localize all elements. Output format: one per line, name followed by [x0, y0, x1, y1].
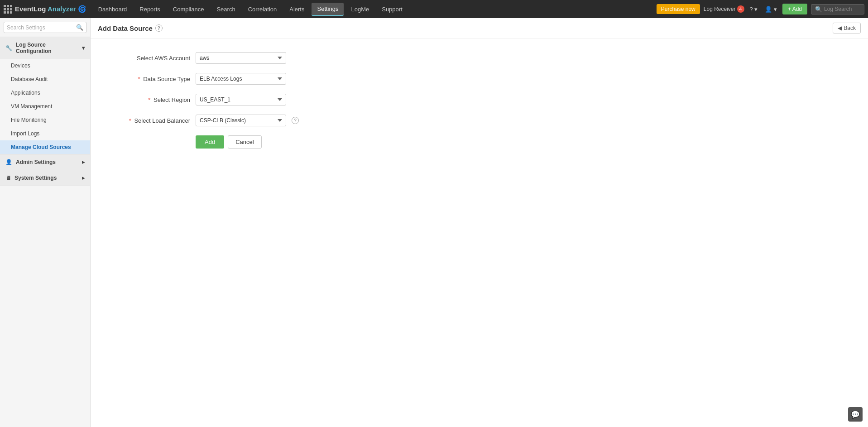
back-arrow-icon: ◀ — [838, 25, 842, 31]
content-area: Add Data Source ? ◀ Back Select AWS Acco… — [91, 18, 868, 427]
title-help-icon[interactable]: ? — [155, 24, 163, 32]
main-layout: 🔍 🔧 Log Source Configuration ▾ Devices D… — [0, 18, 868, 427]
form-row-aws-account: Select AWS Account aws — [109, 52, 850, 64]
aws-account-select[interactable]: aws — [196, 52, 286, 64]
app-logo: EventLog Analyzer 🌀 — [4, 5, 86, 14]
chevron-down-icon: ▾ — [82, 45, 85, 51]
top-nav: EventLog Analyzer 🌀 Dashboard Reports Co… — [0, 0, 868, 18]
log-receiver-label: Log Receiver — [704, 6, 736, 12]
aws-account-label: Select AWS Account — [109, 55, 190, 62]
log-receiver-badge: 4 — [737, 5, 744, 13]
required-indicator: * — [138, 76, 140, 82]
select-load-balancer-label: * Select Load Balancer — [109, 117, 190, 124]
system-settings-header[interactable]: 🖥 System Settings ▸ — [0, 170, 90, 186]
nav-correlation[interactable]: Correlation — [243, 3, 283, 15]
log-source-config-items: Devices Database Audit Applications VM M… — [0, 59, 90, 154]
nav-logme[interactable]: LogMe — [345, 3, 374, 15]
data-source-type-label: * Data Source Type — [109, 76, 190, 82]
header-left: 🔧 Log Source Configuration — [5, 42, 82, 54]
log-source-config-label: Log Source Configuration — [16, 42, 82, 54]
form-actions: Add Cancel — [196, 135, 850, 149]
page-title: Add Data Source — [98, 24, 153, 32]
form-add-button[interactable]: Add — [196, 135, 224, 149]
nav-dashboard[interactable]: Dashboard — [93, 3, 133, 15]
sidebar-item-manage-cloud-sources[interactable]: Manage Cloud Sources — [0, 140, 90, 154]
nav-alerts[interactable]: Alerts — [284, 3, 310, 15]
sidebar-item-database-audit[interactable]: Database Audit — [0, 72, 90, 86]
system-header-left: 🖥 System Settings — [5, 175, 57, 181]
admin-icon: 👤 — [5, 159, 12, 165]
system-settings-label: System Settings — [14, 175, 57, 181]
nav-compliance[interactable]: Compliance — [168, 3, 210, 15]
sidebar-item-file-monitoring[interactable]: File Monitoring — [0, 113, 90, 127]
help-button[interactable]: ? ▾ — [748, 6, 760, 13]
grid-icon — [4, 5, 12, 14]
form-area: Select AWS Account aws * Data Source Typ… — [91, 38, 868, 162]
search-icon: 🔍 — [815, 6, 822, 13]
sidebar-item-vm-management[interactable]: VM Management — [0, 100, 90, 113]
load-balancer-help-icon[interactable]: ? — [292, 117, 299, 124]
form-cancel-button[interactable]: Cancel — [228, 135, 261, 149]
nav-search[interactable]: Search — [211, 3, 240, 15]
sidebar-search-icon: 🔍 — [76, 24, 83, 31]
admin-header-left: 👤 Admin Settings — [5, 159, 56, 165]
sidebar-section-log-source-config: 🔧 Log Source Configuration ▾ Devices Dat… — [0, 37, 90, 154]
required-indicator-region: * — [148, 96, 150, 103]
select-load-balancer-select[interactable]: CSP-CLB (Classic) — [196, 115, 286, 126]
content-header: Add Data Source ? ◀ Back — [91, 18, 868, 38]
select-region-label: * Select Region — [109, 96, 190, 103]
admin-settings-header[interactable]: 👤 Admin Settings ▸ — [0, 154, 90, 170]
log-source-config-header[interactable]: 🔧 Log Source Configuration ▾ — [0, 37, 90, 59]
app-name: EventLog Analyzer 🌀 — [15, 5, 86, 13]
nav-reports[interactable]: Reports — [134, 3, 166, 15]
nav-right: Purchase now Log Receiver 4 ? ▾ 👤 ▾ + Ad… — [657, 4, 864, 14]
data-source-type-select[interactable]: ELB Access Logs — [196, 73, 286, 85]
sidebar: 🔍 🔧 Log Source Configuration ▾ Devices D… — [0, 18, 91, 427]
back-button[interactable]: ◀ Back — [833, 23, 861, 34]
nav-support[interactable]: Support — [376, 3, 408, 15]
chevron-right-icon-admin: ▸ — [82, 159, 85, 165]
sidebar-item-applications[interactable]: Applications — [0, 86, 90, 100]
admin-settings-label: Admin Settings — [16, 159, 56, 165]
chat-icon[interactable]: 💬 — [848, 407, 863, 422]
sidebar-item-devices[interactable]: Devices — [0, 59, 90, 72]
sidebar-section-admin-settings: 👤 Admin Settings ▸ — [0, 154, 90, 170]
sidebar-search-area: 🔍 — [0, 18, 90, 37]
sidebar-search-input[interactable] — [7, 24, 74, 31]
chevron-right-icon-system: ▸ — [82, 175, 85, 181]
sidebar-section-system-settings: 🖥 System Settings ▸ — [0, 170, 90, 186]
system-icon: 🖥 — [5, 175, 11, 181]
content-title-area: Add Data Source ? — [98, 24, 163, 32]
required-indicator-lb: * — [129, 117, 131, 124]
select-region-select[interactable]: US_EAST_1 — [196, 94, 286, 106]
nav-settings[interactable]: Settings — [312, 3, 344, 16]
log-search-box[interactable]: 🔍 — [811, 4, 864, 14]
back-label: Back — [844, 25, 856, 31]
sidebar-search-box[interactable]: 🔍 — [4, 22, 86, 33]
user-button[interactable]: 👤 ▾ — [763, 6, 779, 13]
form-row-select-load-balancer: * Select Load Balancer CSP-CLB (Classic)… — [109, 115, 850, 126]
add-button[interactable]: + Add — [782, 4, 807, 14]
form-row-data-source-type: * Data Source Type ELB Access Logs — [109, 73, 850, 85]
sidebar-item-import-logs[interactable]: Import Logs — [0, 127, 90, 140]
purchase-button[interactable]: Purchase now — [657, 4, 700, 14]
log-search-input[interactable] — [824, 6, 860, 12]
wrench-icon: 🔧 — [5, 45, 12, 51]
log-receiver[interactable]: Log Receiver 4 — [704, 5, 744, 13]
form-row-select-region: * Select Region US_EAST_1 — [109, 94, 850, 106]
